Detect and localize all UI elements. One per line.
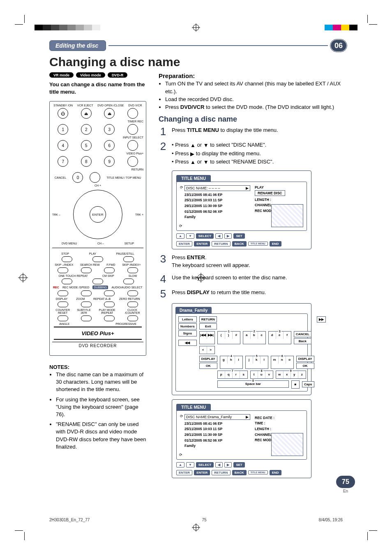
pill-dvd-r: DVD-R: [108, 72, 128, 78]
page-title: Changing a disc name: [49, 55, 347, 69]
notes-heading: NOTES:: [49, 364, 146, 370]
preparation-heading: Preparation:: [159, 72, 347, 79]
cycle-icon: ⟳: [180, 185, 183, 189]
procedure-heading: Changing a disc name: [159, 115, 347, 124]
svg-point-0: [193, 25, 199, 30]
up-down-icon: ▲: [176, 462, 184, 467]
note-item: For using the keyboard screen, see "Usin…: [56, 396, 146, 419]
registration-mark-top: [192, 23, 200, 32]
prep-item: Press DVD/VCR to select the DVD mode. (T…: [165, 104, 347, 111]
dpad: ENTER: [73, 190, 122, 239]
right-triangle-icon: ▶: [190, 150, 194, 158]
header-rule: [108, 45, 328, 46]
preparation-list: Turn ON the TV and select its AV channel…: [159, 80, 347, 111]
rewind-icon: ◀◀: [178, 340, 197, 346]
stop-icon: ■: [292, 381, 299, 388]
up-down-icon: ▼: [186, 462, 194, 467]
remote-illustration: STANDBY /ONVCR EJECTDVD OPEN /CLOSEDVD /…: [49, 101, 146, 356]
ffwd-icon: ▶▶: [317, 316, 326, 322]
cycle-icon: ⟳: [180, 414, 183, 418]
up-triangle-icon: ▲: [190, 158, 196, 166]
cmyk-swatches: [325, 25, 357, 30]
page-number-badge: 75 En: [336, 476, 355, 493]
eject-icon: ⏏: [81, 108, 92, 119]
left-right-icon: ▶: [224, 233, 232, 239]
left-right-icon: ◀: [215, 233, 223, 239]
steps-list: 1Press TITLE MENU to display the title m…: [159, 126, 347, 166]
standby-icon: ⏻: [58, 108, 68, 119]
skip-prev-icon: |◀◀: [200, 332, 207, 339]
mode-pills: VR mode Video mode DVD-R: [49, 72, 146, 78]
prep-item: Load the recorded DVD disc.: [165, 96, 347, 104]
notes-list: The disc name can be a maximum of 30 cha…: [49, 371, 146, 451]
right-triangle-icon: ▶: [246, 415, 249, 419]
prep-item: Turn ON the TV and select its AV channel…: [165, 80, 347, 96]
note-item: "RENAME DISC" can only be used with DVD-…: [56, 421, 146, 451]
print-footer: 2H30301B_En_72_77 75 8/4/05, 19:26: [49, 518, 343, 522]
down-triangle-icon: ▼: [203, 141, 209, 150]
chapter-number: 06: [330, 39, 347, 52]
registration-mark-bottom: [192, 523, 200, 532]
osd-title-menu-after: TITLE MENU ⟳ DISC NAME:Drama_Family▶ 23/…: [172, 399, 311, 478]
thumbnail-placeholder: [271, 204, 303, 227]
thumbnail-placeholder: [271, 433, 303, 456]
brand-logo: VIDEO Plus+: [81, 330, 114, 336]
note-item: The disc name can be a maximum of 30 cha…: [56, 371, 146, 394]
left-right-icon: ▶: [224, 462, 232, 467]
intro-text: You can change a disc name from the titl…: [49, 81, 146, 95]
section-tab: Editing the disc: [49, 40, 106, 51]
skip-next-icon: ▶▶|: [207, 332, 214, 339]
down-triangle-icon: ▼: [203, 158, 209, 166]
right-triangle-icon: ▶: [246, 186, 249, 190]
up-triangle-icon: ▲: [190, 141, 196, 150]
steps-list-cont: 3Press ENTER.The keyboard screen will ap…: [159, 253, 347, 299]
svg-point-6: [20, 274, 26, 281]
registration-mark-left: [18, 273, 28, 283]
svg-point-3: [193, 525, 199, 530]
up-down-icon: ▼: [186, 233, 194, 239]
cycle-icon: ⟳: [179, 224, 182, 228]
osd-keyboard: Drama_Family Letters Numbers Signs ◀◀ RE…: [172, 303, 311, 395]
pill-video-mode: Video mode: [76, 72, 105, 78]
eject-icon: ⏏: [104, 108, 115, 119]
cycle-icon: ⟳: [179, 453, 182, 457]
up-down-icon: ▲: [176, 233, 184, 239]
grayscale-swatches: [35, 25, 100, 30]
osd-title-menu-before: TITLE MENU ⟳ DISC NAME: – – – –▶ 23/11/2…: [172, 170, 311, 249]
device-label: DVD RECORDER: [52, 342, 143, 348]
pill-vr-mode: VR mode: [49, 72, 74, 78]
left-right-icon: ◀: [215, 462, 223, 467]
